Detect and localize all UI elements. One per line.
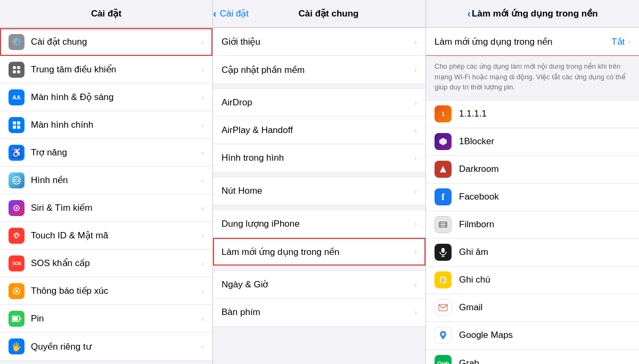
app-list: 1 1.1.1.1 1Blocker Darkroom f bbox=[426, 100, 639, 365]
svg-point-2 bbox=[13, 70, 16, 73]
sidebar-item-man-hinh-chinh[interactable]: Màn hình chính › bbox=[0, 111, 212, 139]
general-settings-column: Giới thiệu › Cập nhật phần mềm › AirDrop… bbox=[213, 28, 426, 364]
app-icon-gmail bbox=[435, 299, 452, 316]
sidebar-item-siri[interactable]: Siri & Tìm kiếm › bbox=[0, 194, 212, 222]
svg-marker-16 bbox=[439, 138, 447, 145]
svg-rect-23 bbox=[441, 248, 445, 253]
menu-item-airdrop[interactable]: AirDrop › bbox=[213, 89, 425, 117]
col3-title: Làm mới ứng dụng trong nền bbox=[472, 8, 598, 19]
man-hinh-label: Màn hình & Độ sáng bbox=[31, 92, 201, 103]
touch-id-label: Touch ID & Mật mã bbox=[31, 230, 201, 241]
sidebar-item-thong-bao[interactable]: Thông báo tiếp xúc › bbox=[0, 277, 212, 305]
app-icon-ghi-am bbox=[435, 244, 452, 261]
sidebar-item-quyen-rieng-tu[interactable]: 🖐 Quyền riêng tư › bbox=[0, 333, 212, 360]
app-item-ghi-chu[interactable]: Ghi chú bbox=[426, 267, 639, 294]
trung-tam-label: Trung tâm điều khiển bbox=[31, 64, 201, 75]
sidebar-item-cai-dat-chung[interactable]: ⚙️ Cài đặt chung › bbox=[0, 28, 212, 56]
menu-item-dung-luong[interactable]: Dung lượng iPhone › bbox=[213, 210, 425, 238]
siri-icon bbox=[9, 200, 24, 216]
sos-icon: SOS bbox=[9, 255, 24, 271]
general-section-1: Giới thiệu › Cập nhật phần mềm › bbox=[213, 28, 425, 84]
tat-button[interactable]: Tắt bbox=[611, 36, 625, 47]
cai-dat-chung-icon: ⚙️ bbox=[9, 34, 24, 50]
quyen-rieng-tu-label: Quyền riêng tư bbox=[31, 341, 201, 352]
ban-phim-label: Bàn phím bbox=[222, 307, 414, 318]
col2-back-arrow[interactable]: ‹ bbox=[213, 7, 217, 20]
app-item-ghi-am[interactable]: Ghi âm bbox=[426, 239, 639, 267]
col2-back-label[interactable]: Cài đặt bbox=[220, 8, 249, 19]
settings-list: ⚙️ Cài đặt chung › Trung tâm điều khiển … bbox=[0, 28, 212, 361]
man-hinh-chinh-label: Màn hình chính bbox=[31, 120, 201, 130]
sidebar-item-man-hinh-do-sang[interactable]: AA Màn hình & Độ sáng › bbox=[0, 84, 212, 111]
menu-item-ngay-gio[interactable]: Ngày & Giờ › bbox=[213, 271, 425, 299]
app-item-1111[interactable]: 1 1.1.1.1 bbox=[426, 101, 639, 128]
pin-label: Pin bbox=[31, 313, 201, 324]
svg-point-1 bbox=[17, 66, 20, 69]
col1-title: Cài đặt bbox=[91, 8, 121, 19]
app-item-facebook[interactable]: f Facebook bbox=[426, 184, 639, 211]
refresh-description-box: Cho phép các ứng dụng làm mới nội dung t… bbox=[426, 56, 639, 100]
app-name-1blocker: 1Blocker bbox=[459, 136, 494, 147]
hinh-trong-hinh-label: Hình trong hình bbox=[222, 153, 414, 163]
app-item-grab[interactable]: Grab Grab bbox=[426, 350, 639, 365]
app-icon-1111: 1 bbox=[435, 105, 452, 122]
app-icon-darkroom bbox=[435, 161, 452, 178]
cai-dat-chung-chevron: › bbox=[201, 38, 204, 46]
svg-point-12 bbox=[15, 289, 18, 292]
hinh-nen-icon bbox=[9, 172, 24, 188]
app-item-filmborn[interactable]: Filmborn bbox=[426, 211, 639, 239]
tro-nang-icon: ♿ bbox=[9, 145, 24, 161]
quyen-rieng-tu-icon: 🖐 bbox=[9, 338, 24, 354]
app-header: Cài đặt ‹ Cài đặt Cài đặt chung ‹ Làm mớ… bbox=[0, 0, 639, 28]
menu-item-nut-home[interactable]: Nút Home › bbox=[213, 177, 425, 205]
sidebar-item-sos[interactable]: SOS SOS khẩn cấp › bbox=[0, 250, 212, 277]
app-icon-google-maps bbox=[435, 327, 452, 344]
app-name-1111: 1.1.1.1 bbox=[459, 109, 487, 119]
svg-point-31 bbox=[442, 333, 445, 336]
app-icon-facebook: f bbox=[435, 188, 452, 205]
menu-item-cap-nhat[interactable]: Cập nhật phần mềm › bbox=[213, 56, 425, 84]
svg-point-3 bbox=[17, 70, 20, 73]
svg-rect-30 bbox=[439, 304, 447, 311]
thong-bao-label: Thông báo tiếp xúc bbox=[31, 285, 201, 296]
sidebar-item-trung-tam-dieu-khien[interactable]: Trung tâm điều khiển › bbox=[0, 56, 212, 84]
svg-rect-4 bbox=[13, 121, 16, 125]
svg-rect-14 bbox=[20, 317, 21, 320]
app-name-grab: Grab bbox=[459, 358, 479, 365]
menu-item-airplay[interactable]: AirPlay & Handoff › bbox=[213, 117, 425, 144]
sidebar-item-pin[interactable]: Pin › bbox=[0, 305, 212, 333]
ngay-gio-label: Ngày & Giờ bbox=[222, 279, 414, 290]
menu-item-ban-phim[interactable]: Bàn phím › bbox=[213, 299, 425, 326]
col3-back-arrow[interactable]: ‹ bbox=[467, 7, 471, 20]
touch-id-icon bbox=[9, 228, 24, 244]
gioi-thieu-label: Giới thiệu bbox=[222, 36, 414, 47]
app-icon-1blocker bbox=[435, 133, 452, 150]
cap-nhat-label: Cập nhật phần mềm bbox=[222, 64, 414, 76]
general-section-4: Dung lượng iPhone › Làm mới ứng dụng tro… bbox=[213, 210, 425, 266]
sidebar-item-tro-nang[interactable]: ♿ Trợ năng › bbox=[0, 139, 212, 167]
pin-icon bbox=[9, 311, 24, 327]
refresh-header-row: Làm mới ứng dụng trong nền Tắt › bbox=[426, 28, 639, 55]
sidebar-item-hinh-nen[interactable]: Hình nền › bbox=[0, 167, 212, 194]
app-item-gmail[interactable]: Gmail bbox=[426, 294, 639, 322]
man-hinh-icon: AA bbox=[9, 89, 24, 105]
app-icon-filmborn bbox=[435, 216, 452, 233]
general-section-3: Nút Home › bbox=[213, 177, 425, 205]
menu-item-gioi-thieu[interactable]: Giới thiệu › bbox=[213, 28, 425, 56]
col1-header: Cài đặt bbox=[0, 0, 213, 27]
svg-point-10 bbox=[15, 234, 18, 237]
menu-item-lam-moi[interactable]: Làm mới ứng dụng trong nền › bbox=[213, 238, 425, 266]
svg-point-9 bbox=[15, 207, 18, 209]
app-item-google-maps[interactable]: Google Maps bbox=[426, 322, 639, 350]
thong-bao-icon bbox=[9, 283, 24, 299]
app-item-1blocker[interactable]: 1Blocker bbox=[426, 128, 639, 156]
general-section-5: Ngày & Giờ › Bàn phím › bbox=[213, 270, 425, 327]
svg-rect-18 bbox=[439, 222, 447, 227]
app-item-darkroom[interactable]: Darkroom bbox=[426, 156, 639, 184]
menu-item-hinh-trong-hinh[interactable]: Hình trong hình › bbox=[213, 144, 425, 172]
svg-rect-6 bbox=[13, 126, 16, 129]
tro-nang-label: Trợ năng bbox=[31, 147, 201, 158]
airplay-label: AirPlay & Handoff bbox=[222, 125, 414, 136]
sidebar-item-touch-id[interactable]: Touch ID & Mật mã › bbox=[0, 222, 212, 250]
app-name-google-maps: Google Maps bbox=[459, 330, 513, 341]
